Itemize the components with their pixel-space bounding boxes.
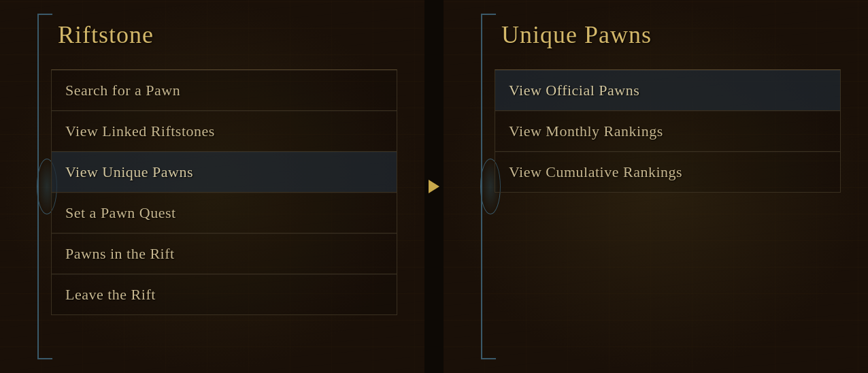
arrow-right-icon bbox=[429, 180, 439, 193]
left-panel-title: Riftstone bbox=[0, 0, 424, 63]
menu-item-official-pawns[interactable]: View Official Pawns bbox=[495, 70, 840, 111]
menu-item-monthly-rankings[interactable]: View Monthly Rankings bbox=[495, 111, 840, 152]
menu-item-cumulative-rankings[interactable]: View Cumulative Rankings bbox=[495, 152, 840, 192]
menu-item-pawns-in-rift[interactable]: Pawns in the Rift bbox=[52, 233, 397, 274]
menu-item-unique-pawns[interactable]: View Unique Pawns bbox=[52, 152, 397, 193]
left-panel: Riftstone Search for a PawnView Linked R… bbox=[0, 0, 424, 373]
left-decorative-border bbox=[37, 14, 52, 359]
right-menu: View Official PawnsView Monthly Rankings… bbox=[495, 69, 841, 193]
left-menu: Search for a PawnView Linked RiftstonesV… bbox=[51, 69, 397, 315]
panel-divider bbox=[424, 0, 444, 373]
menu-item-leave-rift[interactable]: Leave the Rift bbox=[52, 274, 397, 314]
right-panel: Unique Pawns View Official PawnsView Mon… bbox=[444, 0, 868, 373]
menu-item-linked-riftstones[interactable]: View Linked Riftstones bbox=[52, 111, 397, 152]
menu-item-search-pawn[interactable]: Search for a Pawn bbox=[52, 70, 397, 111]
right-panel-title: Unique Pawns bbox=[444, 0, 868, 63]
menu-item-set-pawn-quest[interactable]: Set a Pawn Quest bbox=[52, 193, 397, 233]
right-decorative-border bbox=[481, 14, 496, 359]
